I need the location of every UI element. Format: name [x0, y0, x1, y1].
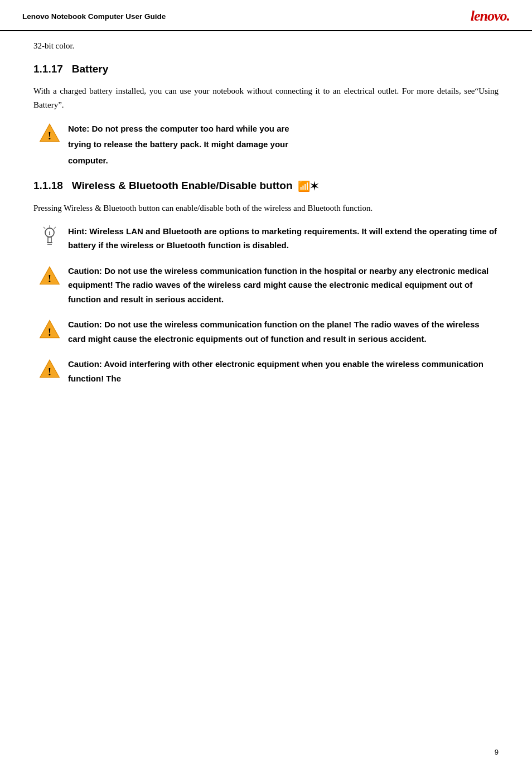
warning-icon-equipment: ! [39, 358, 60, 381]
page-number: 9 [495, 748, 499, 756]
hint-text-wireless: Hint: Wireless LAN and Bluetooth are opt… [68, 224, 499, 253]
section-1118-number: 1.1.18 [33, 180, 63, 192]
main-content: 32-bit color. 1.1.17 Battery With a char… [0, 41, 532, 419]
section-1118-body: Pressing Wireless & Bluetooth button can… [33, 201, 499, 215]
note-line-1: Note: Do not press the computer too hard… [68, 121, 289, 137]
svg-line-4 [54, 227, 56, 229]
note-text-battery: Note: Do not press the computer too hard… [68, 121, 289, 169]
warning-icon-battery: ! [39, 122, 60, 146]
caution-block-hospital: ! Caution: Do not use the wireless commu… [33, 264, 499, 307]
caution-text-hospital: Caution: Do not use the wireless communi… [68, 264, 499, 307]
caution-block-plane: ! Caution: Do not use the wireless commu… [33, 317, 499, 346]
section-1117-body: With a charged battery installed, you ca… [33, 84, 499, 112]
intro-text: 32-bit color. [33, 41, 499, 51]
svg-text:!: ! [48, 273, 51, 284]
note-line-3: computer. [68, 153, 289, 169]
svg-text:i: i [49, 230, 51, 236]
section-1117-heading: 1.1.17 Battery [33, 63, 499, 75]
svg-rect-6 [48, 237, 51, 243]
wireless-icon-inline: 📶✶ [298, 181, 318, 192]
warning-icon-plane: ! [39, 318, 60, 342]
header-title: Lenovo Notebook Computer User Guide [22, 12, 166, 21]
hint-block-wireless: i Hint: Wireless LAN and Bluetooth are o… [33, 224, 499, 253]
svg-line-3 [43, 227, 45, 229]
caution-block-equipment: ! Caution: Avoid interfering with other … [33, 357, 499, 385]
hint-icon-wireless: i [39, 225, 60, 247]
svg-text:!: ! [48, 130, 51, 142]
page: Lenovo Notebook Computer User Guide leno… [0, 0, 532, 773]
note-block-battery: ! Note: Do not press the computer too ha… [33, 121, 499, 169]
section-1118-title: Wireless & Bluetooth Enable/Disable butt… [72, 180, 318, 192]
section-1117-number: 1.1.17 [33, 63, 63, 75]
section-1117-title: Battery [72, 63, 108, 75]
note-line-2: trying to release the battery pack. It m… [68, 137, 289, 153]
section-1118-heading: 1.1.18 Wireless & Bluetooth Enable/Disab… [33, 180, 499, 192]
svg-text:!: ! [48, 366, 51, 378]
lenovo-logo: lenovo. [471, 8, 510, 25]
caution-text-plane: Caution: Do not use the wireless communi… [68, 317, 499, 346]
svg-text:!: ! [48, 326, 51, 338]
warning-icon-hospital: ! [39, 265, 60, 288]
page-header: Lenovo Notebook Computer User Guide leno… [0, 0, 532, 31]
caution-text-equipment: Caution: Avoid interfering with other el… [68, 357, 499, 385]
